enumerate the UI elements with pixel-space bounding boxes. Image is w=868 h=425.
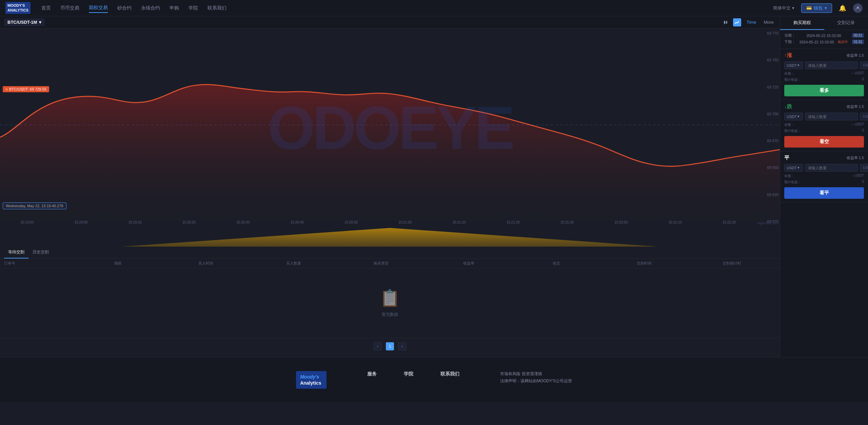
down-yield-label: 收益率 1.5	[847, 104, 864, 109]
x-axis-label: 15:22:20	[723, 220, 736, 224]
x-axis-label: 15:22:00	[614, 220, 628, 224]
panel-tab-1[interactable]: 交割记录	[824, 16, 868, 30]
flat-currency-select[interactable]: USDT ▾	[784, 164, 803, 172]
footer-link-label[interactable]: 学院	[404, 371, 413, 377]
flat-title: 平	[784, 155, 789, 161]
orders-tabs: 等待交割历史交割	[0, 247, 780, 259]
footer-inner: Moody's Analytics 服务学院联系我们 市场有风险 投资需谨慎 法…	[296, 371, 572, 389]
right-panel: 购买期权交割记录 当期： 2024-05-22 15:32:00 00:31 下…	[780, 16, 868, 357]
flat-estimated-row: 预计收益： 0	[784, 180, 864, 185]
order-tab-0[interactable]: 等待交割	[4, 247, 28, 258]
footer-link-label[interactable]: 联系我们	[440, 371, 459, 377]
down-action-button[interactable]: 看空	[784, 136, 864, 148]
logo[interactable]: MOODY'S ANALYTICS	[5, 2, 31, 14]
chart-toolbar: BTC/USDT-1M ▾ Time More	[0, 16, 780, 28]
nav-link-联系我们[interactable]: 联系我们	[208, 4, 226, 13]
order-tab-1[interactable]: 历史交割	[28, 247, 53, 258]
flat-amount-display: USDT	[860, 164, 868, 172]
nav-link-申购[interactable]: 申购	[170, 4, 179, 13]
footer-link-学院: 学院	[404, 371, 413, 377]
price-label: BTC/USDT: 69 729.55	[3, 86, 49, 92]
disclaimer-risk: 市场有风险 投资需谨慎	[500, 371, 572, 377]
down-section-header: ↓跌 收益率 1.5	[784, 103, 864, 110]
logo-box: MOODY'S ANALYTICS	[5, 2, 31, 14]
volume-chart	[0, 226, 780, 247]
up-amount-display: USDT	[860, 61, 868, 69]
up-amount-input[interactable]	[805, 61, 858, 69]
x-axis: 15:19:5015:20:0015:20:1015:20:2015:20:30…	[0, 218, 756, 226]
chart-container: BTC/USDT-1M ▾ Time More BTC/USDT: 69 729…	[0, 16, 780, 357]
up-currency-select[interactable]: USDT ▾	[784, 61, 803, 69]
current-price: 69 729.55	[30, 87, 46, 91]
down-title: ↓跌	[784, 103, 792, 110]
next-page-button[interactable]: ›	[398, 342, 406, 350]
down-estimated-row: 预计收益： 0	[784, 129, 864, 133]
nav-right: 简体中文 ▾ 💳 钱包 ▾ 🔔	[773, 3, 863, 13]
flat-balance-row: 余额： -- USDT	[784, 174, 864, 178]
volume-area	[0, 226, 780, 247]
current-page: 1	[386, 342, 394, 350]
next-period-row: 下期： 2024-05-22 15:33:00 购买中 01:31	[784, 39, 864, 44]
y-axis-label: 69 625	[757, 193, 778, 197]
flat-amount-input[interactable]	[805, 164, 858, 172]
nav-link-币币交易[interactable]: 币币交易	[60, 4, 79, 13]
footer-links: 服务学院联系我们	[367, 371, 459, 377]
table-header-购买类型: 购买类型	[337, 261, 425, 266]
y-axis-label: 69 750	[757, 58, 778, 62]
chart-toolbar-right: Time More	[722, 18, 776, 26]
price-chart-svg	[0, 28, 780, 226]
nav-link-砂合约[interactable]: 砂合约	[117, 4, 132, 13]
x-axis-label: 15:20:50	[344, 220, 358, 224]
x-axis-label: 15:20:40	[291, 220, 304, 224]
y-axis: 69 77569 75069 72569 70069 67569 65069 6…	[756, 28, 780, 226]
flat-action-button[interactable]: 看平	[784, 187, 864, 199]
prev-page-button[interactable]: ‹	[374, 342, 382, 350]
disclaimer-legal: 法律声明：该网站由MOODY'S公司运营	[500, 378, 572, 384]
down-amount-input[interactable]	[805, 113, 858, 120]
chart-tooltip: Wednesday, May 22, 15:19:40.278	[3, 202, 66, 209]
candle-chart-icon[interactable]	[722, 18, 730, 26]
table-header-期权: 期权	[74, 261, 162, 266]
pair-selector[interactable]: BTC/USDT-1M ▾	[4, 18, 45, 26]
nav-link-期权交易[interactable]: 期权交易	[89, 3, 108, 13]
notification-bell[interactable]: 🔔	[839, 4, 846, 12]
nav-links: 首页币币交易期权交易砂合约永续合约申购学院联系我们	[41, 3, 226, 13]
down-trade-section: ↓跌 收益率 1.5 USDT ▾ USDT 余额： -- USDT 预计收益：…	[780, 100, 868, 151]
y-axis-label: 69 675	[757, 139, 778, 143]
language-selector[interactable]: 简体中文 ▾	[773, 5, 794, 11]
time-button[interactable]: Time	[745, 19, 758, 25]
down-amount-display: USDT	[860, 113, 868, 120]
footer-logo[interactable]: Moody's Analytics	[296, 371, 327, 389]
pair-label: BTC/USDT-1M	[7, 20, 37, 25]
price-dot	[5, 88, 8, 91]
pagination: ‹ 1 ›	[0, 338, 780, 354]
x-axis-label: 15:21:30	[560, 220, 574, 224]
line-chart-icon[interactable]	[733, 18, 741, 26]
panel-tab-0[interactable]: 购买期权	[780, 16, 824, 30]
orders-table-header: 订单号期权买入时间买入数量购买类型收益率状态交割时间交割倒计时	[0, 259, 780, 268]
pair-dropdown-icon: ▾	[39, 20, 41, 25]
period-info: 当期： 2024-05-22 15:32:00 00:31 下期： 2024-0…	[780, 30, 868, 49]
navbar: MOODY'S ANALYTICS 首页币币交易期权交易砂合约永续合约申购学院联…	[0, 0, 868, 16]
up-estimated-row: 预计收益： 0	[784, 77, 864, 82]
wallet-button[interactable]: 💳 钱包 ▾	[801, 3, 832, 13]
nav-link-首页[interactable]: 首页	[41, 4, 51, 13]
more-button[interactable]: More	[762, 19, 776, 25]
table-header-订单号: 订单号	[4, 261, 74, 266]
up-action-button[interactable]: 看多	[784, 85, 864, 96]
nav-link-学院[interactable]: 学院	[189, 4, 198, 13]
empty-text: 暂无数据	[382, 312, 398, 317]
up-yield-label: 收益率 1.5	[847, 53, 864, 58]
down-input-row: USDT ▾ USDT	[784, 113, 864, 120]
down-currency-select[interactable]: USDT ▾	[784, 113, 803, 120]
x-axis-label: 15:19:50	[20, 220, 34, 224]
x-axis-label: 15:22:10	[669, 220, 682, 224]
nav-link-永续合约[interactable]: 永续合约	[141, 4, 160, 13]
footer-disclaimer: 市场有风险 投资需谨慎 法律声明：该网站由MOODY'S公司运营	[500, 371, 572, 384]
avatar[interactable]	[853, 3, 863, 13]
flat-section-header: 平 收益率 1.5	[784, 155, 864, 161]
current-period-row: 当期： 2024-05-22 15:32:00 00:31	[784, 33, 864, 38]
up-title: ↑涨	[784, 52, 792, 59]
x-axis-label: 15:20:20	[182, 220, 196, 224]
footer-link-label[interactable]: 服务	[367, 371, 377, 377]
